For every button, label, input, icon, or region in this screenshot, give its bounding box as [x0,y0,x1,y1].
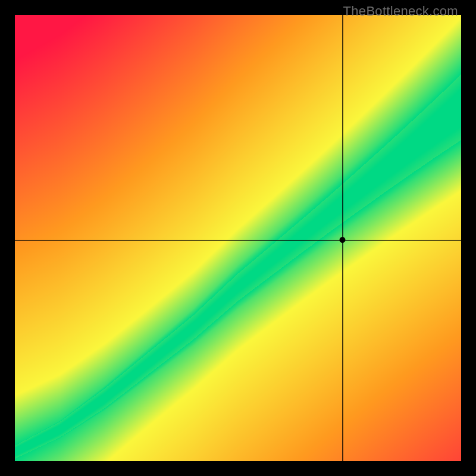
chart-container: TheBottleneck.com [0,0,476,476]
bottleneck-heatmap [15,15,461,461]
